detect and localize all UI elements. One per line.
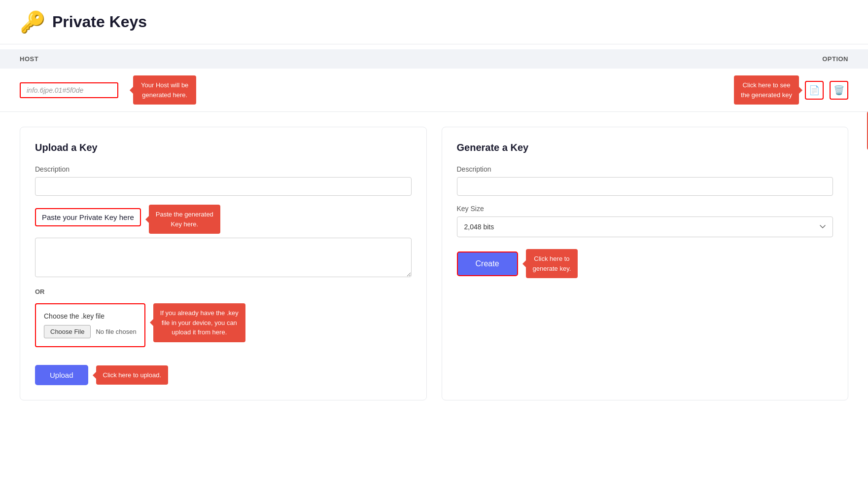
file-input-row: Choose File No file chosen — [44, 325, 137, 338]
file-choose-wrapper: Choose the .key file Choose File No file… — [35, 303, 145, 347]
upload-btn-row: Upload Click here to upload. — [35, 365, 412, 385]
upload-panel-title: Upload a Key — [35, 142, 412, 153]
paste-annotation: Paste the generatedKey here. — [149, 205, 220, 234]
view-key-button[interactable]: 📄 — [805, 81, 824, 100]
host-value: info.6jpe.01#5f0de — [27, 86, 83, 94]
key-size-select[interactable]: 1,024 bits 2,048 bits 4,096 bits — [457, 216, 833, 237]
delete-key-button[interactable]: 🗑️ You can deletethe generatedkey from h… — [830, 81, 848, 100]
create-button[interactable]: Create — [457, 252, 518, 276]
paste-key-textarea[interactable] — [35, 238, 412, 277]
table-header: HOST OPTION — [0, 49, 868, 69]
file-annotation: If you already have the .keyfile in your… — [153, 303, 245, 342]
generate-panel-title: Generate a Key — [457, 142, 833, 153]
paste-key-label: Paste your Private Key here — [35, 208, 141, 226]
upload-description-input[interactable] — [35, 177, 412, 196]
upload-panel: Upload a Key Description Paste your Priv… — [20, 127, 427, 400]
main-content: Upload a Key Description Paste your Priv… — [0, 112, 868, 415]
file-section-label: Choose the .key file — [44, 312, 137, 320]
host-cell: info.6jpe.01#5f0de — [20, 82, 118, 98]
create-btn-row: Create Click here togenerate key. — [457, 249, 833, 278]
no-file-text: No file chosen — [96, 328, 136, 335]
click-here-annotation: Click here to seethe generated key — [734, 75, 799, 105]
generate-description-input[interactable] — [457, 177, 833, 196]
page-title: Private Keys — [52, 13, 147, 31]
choose-file-button[interactable]: Choose File — [44, 325, 91, 338]
table-row: info.6jpe.01#5f0de Your Host will begene… — [0, 69, 868, 112]
col-option-label: OPTION — [822, 55, 848, 63]
generate-description-label: Description — [457, 165, 833, 173]
host-annotation: Your Host will begenerated here. — [133, 75, 196, 105]
paste-key-row: Paste your Private Key here Paste the ge… — [35, 205, 412, 234]
option-section: Click here to seethe generated key 📄 🗑️ … — [734, 75, 848, 105]
upload-button[interactable]: Upload — [35, 365, 88, 385]
create-annotation: Click here togenerate key. — [526, 249, 578, 278]
upload-annotation: Click here to upload. — [96, 365, 169, 385]
key-size-label: Key Size — [457, 205, 833, 213]
keys-icon: 🔑 — [20, 10, 45, 34]
upload-description-label: Description — [35, 165, 412, 173]
or-divider: OR — [35, 288, 412, 295]
page-header: 🔑 Private Keys — [0, 0, 868, 44]
col-host-label: HOST — [20, 55, 38, 63]
file-upload-section: Choose the .key file Choose File No file… — [35, 303, 412, 356]
generate-panel: Generate a Key Description Key Size 1,02… — [442, 127, 849, 400]
